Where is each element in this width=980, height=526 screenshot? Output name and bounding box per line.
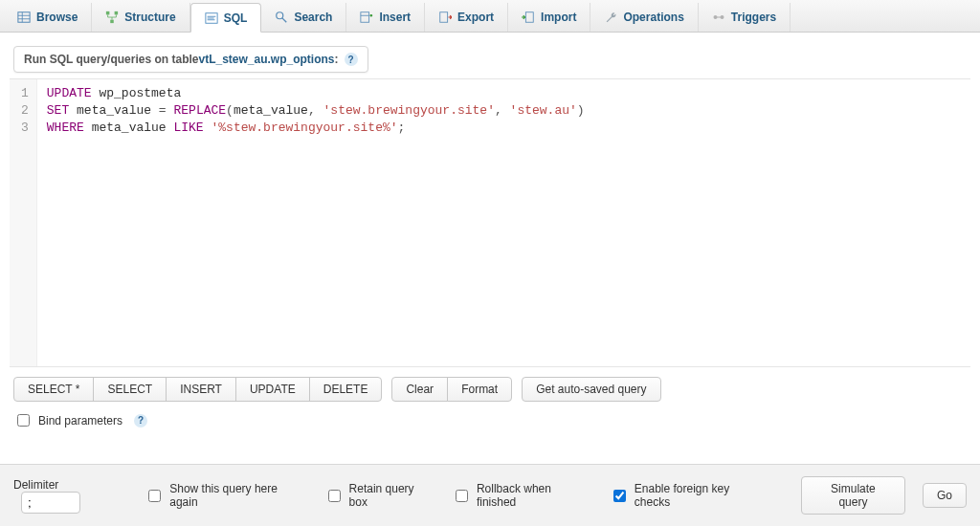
retain-checkbox[interactable]: Retain query box xyxy=(324,482,434,509)
go-button[interactable]: Go xyxy=(923,483,967,508)
string-literal: 'stew.brewingyour.site' xyxy=(323,103,495,118)
paren-close: ) xyxy=(577,103,585,118)
line-number: 2 xyxy=(21,102,29,120)
tab-operations[interactable]: Operations xyxy=(590,3,698,32)
select-button[interactable]: SELECT xyxy=(93,377,167,402)
svg-rect-4 xyxy=(106,11,110,15)
search-icon xyxy=(275,11,288,24)
sql-legend: Run SQL query/queries on table vtL_stew_… xyxy=(13,46,368,73)
paren-open: ( xyxy=(226,103,234,118)
eq: = xyxy=(159,103,167,118)
select-star-button[interactable]: SELECT * xyxy=(13,377,94,402)
delimiter-label: Delimiter xyxy=(13,478,58,492)
svg-line-9 xyxy=(282,18,286,22)
bind-params-checkbox[interactable] xyxy=(17,414,30,427)
line-gutter: 1 2 3 xyxy=(10,79,37,366)
tab-triggers[interactable]: Triggers xyxy=(699,3,791,32)
tab-search[interactable]: Search xyxy=(261,3,346,32)
kw-where: WHERE xyxy=(47,121,84,135)
semicolon: ; xyxy=(398,121,406,135)
bind-params-row: Bind parameters ? xyxy=(0,411,980,439)
tab-label: Operations xyxy=(623,11,683,24)
svg-rect-12 xyxy=(440,12,448,23)
show-again-checkbox[interactable]: Show this query here again xyxy=(145,482,306,509)
legend-tablename: vtL_stew_au.wp_options xyxy=(198,53,334,66)
ident: meta_value xyxy=(77,103,151,118)
svg-rect-6 xyxy=(111,20,115,24)
tab-import[interactable]: Import xyxy=(508,3,590,32)
fk-checkbox[interactable]: Enable foreign key checks xyxy=(610,482,767,509)
rollback-input[interactable] xyxy=(456,490,468,502)
fk-label: Enable foreign key checks xyxy=(635,482,767,509)
update-button[interactable]: UPDATE xyxy=(235,377,310,402)
ident: wp_postmeta xyxy=(99,86,181,100)
tab-sql[interactable]: SQL xyxy=(190,3,262,33)
import-icon xyxy=(522,11,535,24)
show-again-input[interactable] xyxy=(148,490,161,502)
rollback-checkbox[interactable]: Rollback when finished xyxy=(452,482,592,509)
kw-set: SET xyxy=(47,103,69,118)
insert-icon xyxy=(360,11,373,24)
svg-rect-13 xyxy=(525,12,533,23)
tab-export[interactable]: Export xyxy=(425,3,508,32)
tab-label: Browse xyxy=(36,11,78,24)
sql-editor[interactable]: 1 2 3 UPDATE wp_postmeta SET meta_value … xyxy=(10,78,970,367)
fk-input[interactable] xyxy=(613,490,626,502)
fn-replace: REPLACE xyxy=(173,103,226,118)
wrench-icon xyxy=(604,11,617,24)
insert-button[interactable]: INSERT xyxy=(166,377,236,402)
tab-label: Import xyxy=(541,11,576,24)
tab-label: Structure xyxy=(124,11,175,24)
delete-button[interactable]: DELETE xyxy=(309,377,383,402)
tabbar: Browse Structure SQL Search Insert Expor… xyxy=(0,0,980,33)
svg-rect-10 xyxy=(361,12,369,23)
button-row: SELECT * SELECT INSERT UPDATE DELETE Cle… xyxy=(0,367,980,411)
footer-bar: Delimiter Show this query here again Ret… xyxy=(0,464,980,526)
tab-label: Export xyxy=(457,11,494,24)
comma: , xyxy=(495,103,510,118)
retain-input[interactable] xyxy=(328,490,341,502)
clear-button[interactable]: Clear xyxy=(391,377,448,402)
table-icon xyxy=(17,11,31,24)
simulate-query-button[interactable]: Simulate query xyxy=(801,476,905,515)
line-number: 1 xyxy=(21,85,29,102)
bind-params-label: Bind parameters xyxy=(38,414,122,427)
help-icon[interactable]: ? xyxy=(345,53,358,66)
triggers-icon xyxy=(712,11,725,24)
action-button-group: Clear Format xyxy=(391,377,512,402)
get-autosaved-button[interactable]: Get auto-saved query xyxy=(522,377,660,402)
show-again-label: Show this query here again xyxy=(169,482,306,509)
delimiter-input[interactable] xyxy=(21,492,80,514)
ident: meta_value xyxy=(234,103,308,118)
svg-point-8 xyxy=(277,12,283,19)
help-icon[interactable]: ? xyxy=(134,414,147,427)
comma: , xyxy=(308,103,323,118)
tab-insert[interactable]: Insert xyxy=(346,3,425,32)
tab-browse[interactable]: Browse xyxy=(4,3,92,32)
string-literal: 'stew.au' xyxy=(510,103,577,118)
code-area[interactable]: UPDATE wp_postmeta SET meta_value = REPL… xyxy=(37,79,585,366)
tab-structure[interactable]: Structure xyxy=(92,3,189,32)
legend-prefix: Run SQL query/queries on table xyxy=(24,53,198,66)
legend-suffix: : xyxy=(335,53,339,66)
structure-icon xyxy=(105,11,119,24)
sql-icon xyxy=(205,11,218,25)
ident: meta_value xyxy=(92,121,167,135)
svg-rect-5 xyxy=(115,11,119,15)
rollback-label: Rollback when finished xyxy=(477,482,592,509)
tab-label: Search xyxy=(294,11,332,24)
svg-rect-0 xyxy=(18,12,30,23)
export-icon xyxy=(438,11,452,24)
string-literal: '%stew.brewingyour.site%' xyxy=(212,121,398,135)
line-number: 3 xyxy=(21,120,29,137)
kw-like: LIKE xyxy=(173,121,203,135)
shortcut-button-group: SELECT * SELECT INSERT UPDATE DELETE xyxy=(13,377,382,402)
delimiter-group: Delimiter xyxy=(13,478,127,514)
tab-label: Triggers xyxy=(731,11,776,24)
tab-label: Insert xyxy=(379,11,411,24)
retain-label: Retain query box xyxy=(349,482,434,509)
format-button[interactable]: Format xyxy=(447,377,512,402)
kw-update: UPDATE xyxy=(47,86,92,100)
tab-label: SQL xyxy=(224,11,248,25)
